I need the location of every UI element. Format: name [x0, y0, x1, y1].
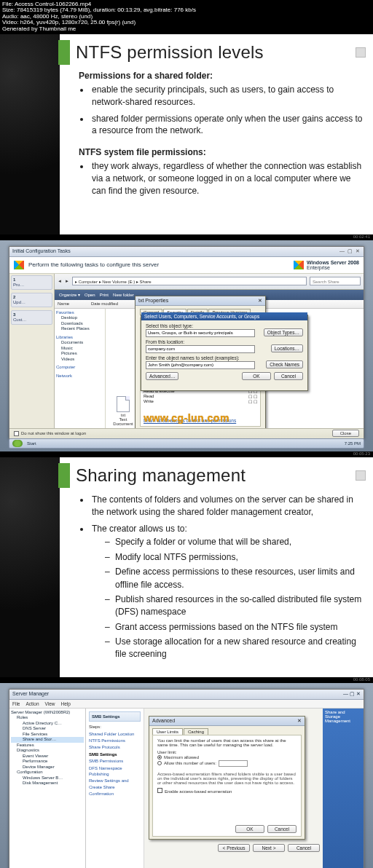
nav-back-icon[interactable]: ◄ [58, 279, 62, 283]
object-types-button[interactable]: Object Types… [264, 328, 303, 336]
object-names-input[interactable] [146, 361, 255, 369]
locations-button[interactable]: Locations… [271, 344, 303, 352]
tree-item[interactable]: DNS Server [11, 726, 84, 732]
menu-action[interactable]: Action [25, 701, 39, 706]
step-item[interactable]: Share Protocols [89, 744, 141, 750]
tab-user-limits[interactable]: User Limits [152, 728, 183, 735]
tree-item[interactable]: Documents [56, 340, 103, 346]
menu-bar[interactable]: File Action View Help [9, 700, 364, 709]
ok-button[interactable]: OK [235, 825, 264, 833]
tree-item[interactable]: Features [11, 743, 84, 749]
col-date[interactable]: Date modified [91, 301, 118, 306]
step-item[interactable]: Review Settings and Create Share [89, 778, 141, 790]
slide-title: NTFS permission levels [76, 42, 264, 63]
tree-item[interactable]: Roles [11, 715, 84, 721]
slide-sharing-management: Sharing management The contents of folde… [0, 457, 373, 677]
tree-item[interactable]: File Services [11, 732, 84, 738]
task-item[interactable]: Pro… [13, 283, 50, 287]
tree-item[interactable]: Downloads [56, 321, 103, 327]
previous-button[interactable]: < Previous [218, 844, 250, 852]
subheading: NTFS system file permissions: [79, 147, 366, 157]
step-item[interactable]: Confirmation [89, 791, 141, 797]
dialog-select-users[interactable]: Select Users, Computers, Service Account… [141, 315, 308, 391]
tree-item[interactable]: Videos [56, 357, 103, 363]
tree-item[interactable]: Music [56, 346, 103, 352]
dialog-title: txt Properties [138, 298, 168, 304]
window-controls[interactable]: — ▢ ✕ [339, 248, 361, 255]
tree-root[interactable]: Server Manager (WIN2008R2) [11, 710, 84, 716]
tree-item[interactable]: Active Directory C… [11, 721, 84, 727]
tree-item[interactable]: Recent Places [56, 326, 103, 332]
cancel-button[interactable]: Cancel [288, 844, 320, 852]
file-item[interactable]: txt Text Document [109, 396, 138, 426]
dialog-description: You can limit the number of users that c… [157, 738, 297, 747]
cancel-button[interactable]: Cancel [274, 372, 303, 380]
tree-item[interactable]: Performance [11, 759, 84, 765]
step-item-current[interactable]: SMB Settings [89, 751, 141, 757]
tree-group[interactable]: Favorites [56, 310, 103, 316]
slide-ntfs-permission-levels: NTFS permission levels Permissions for a… [0, 34, 373, 234]
tree-item[interactable]: Pictures [56, 351, 103, 357]
tb-organize[interactable]: Organize ▾ [59, 292, 80, 297]
col-name[interactable]: Name [58, 301, 69, 306]
dialog-advanced[interactable]: Advanced✕ User Limits Caching You can li… [149, 716, 305, 840]
abe-checkbox[interactable]: Enable access-based enumeration [157, 788, 297, 794]
tree-item[interactable]: Event Viewer [11, 754, 84, 760]
tree-item-selected[interactable]: Share and Stor… [11, 737, 84, 743]
embedded-explorer: ◄ ► ▸ Computer ▸ New Volume (E:) ▸ Share… [55, 274, 364, 429]
dont-show-checkbox[interactable]: Do not show this window at logon [14, 431, 86, 436]
tb-print[interactable]: Print [100, 293, 109, 297]
check-names-button[interactable]: Check Names [266, 360, 303, 368]
window-titlebar[interactable]: Server Manager — ▢ ✕ [9, 690, 364, 700]
step-item[interactable]: Shared Folder Location [89, 731, 141, 737]
location-input[interactable] [146, 345, 255, 353]
sub-bullet: Use storage allocation for a new shared … [105, 636, 366, 661]
close-icon[interactable]: ✕ [297, 718, 302, 724]
cancel-button[interactable]: Cancel [267, 825, 297, 833]
nav-fwd-icon[interactable]: ► [65, 279, 69, 283]
radio-allow-number[interactable]: Allow this number of users: [157, 760, 297, 767]
tree-group[interactable]: Computer [56, 365, 103, 371]
ok-button[interactable]: OK [242, 372, 271, 380]
task-item[interactable]: Upd… [13, 300, 50, 304]
close-icon[interactable] [356, 470, 366, 481]
menu-help[interactable]: Help [61, 701, 71, 706]
tree-item[interactable]: Diagnostics [11, 748, 84, 754]
menu-view[interactable]: View [45, 701, 55, 706]
tb-newfolder[interactable]: New folder [113, 293, 134, 297]
slide-decoration [0, 34, 60, 234]
start-button[interactable] [12, 440, 23, 447]
tb-open[interactable]: Open [85, 293, 95, 297]
object-type-input[interactable] [146, 329, 255, 337]
file-type: Text Document [109, 417, 138, 426]
title-accent [58, 40, 70, 65]
task-item[interactable]: Cust… [13, 317, 50, 322]
advanced-button[interactable]: Advanced… [146, 372, 178, 380]
window-titlebar[interactable]: Initial Configuration Tasks — ▢ ✕ [9, 247, 364, 257]
taskbar[interactable]: Start 7:25 PM [9, 438, 364, 449]
breadcrumb[interactable]: ▸ Computer ▸ New Volume (E:) ▸ Share [72, 277, 307, 285]
user-count-input[interactable] [219, 760, 248, 767]
menu-file[interactable]: File [12, 701, 20, 706]
tab-caching[interactable]: Caching [184, 728, 208, 735]
step-item[interactable]: SMB Permissions [89, 758, 141, 764]
brand-sub: Enterprise [307, 265, 330, 270]
step-item[interactable]: NTFS Permissions [89, 738, 141, 743]
close-button[interactable]: Close [332, 430, 359, 437]
step-item[interactable]: DFS Namespace Publishing [89, 765, 141, 778]
tree-item[interactable]: Desktop [56, 315, 103, 321]
tree-item[interactable]: Disk Management [11, 781, 84, 786]
tree-item[interactable]: Device Manager [11, 765, 84, 770]
tree-group[interactable]: Network [56, 374, 103, 379]
radio-max-allowed[interactable]: Maximum allowed [157, 755, 297, 760]
search-input[interactable]: Search Share [310, 277, 361, 285]
nav-tree[interactable]: Server Manager (WIN2008R2) Roles Active … [9, 709, 86, 868]
close-icon[interactable] [356, 47, 366, 58]
close-icon[interactable]: ✕ [258, 298, 262, 304]
tree-item[interactable]: Windows Server B… [11, 776, 84, 781]
tree-item[interactable]: Configuration [11, 770, 84, 776]
next-button[interactable]: Next > [253, 844, 285, 852]
tree-group[interactable]: Libraries [56, 335, 103, 341]
window-controls[interactable]: — ▢ ✕ [343, 691, 361, 698]
help-link[interactable]: Learn about access control and permissio… [144, 418, 236, 423]
